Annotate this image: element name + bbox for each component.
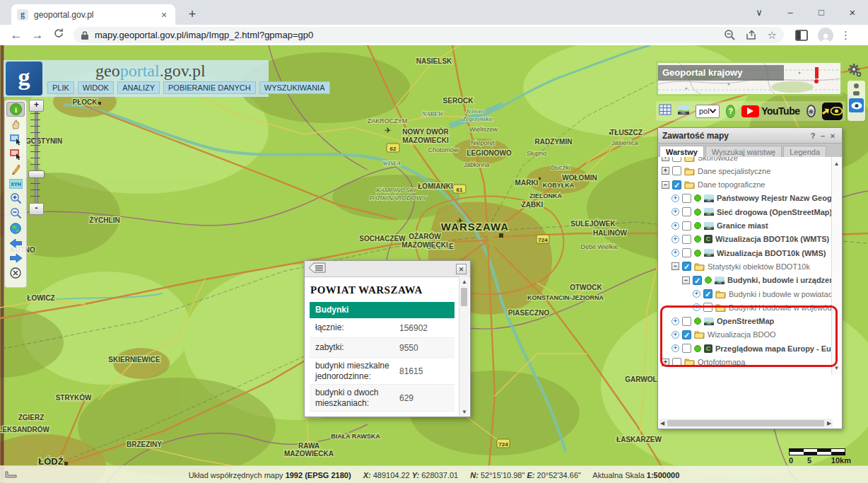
layer-checkbox[interactable] <box>682 235 691 244</box>
expand-plus-icon[interactable]: + <box>671 344 679 352</box>
expand-plus-icon[interactable]: + <box>671 249 679 257</box>
share-button[interactable] <box>746 29 758 41</box>
zoom-out-page-button[interactable] <box>724 29 736 41</box>
maximize-button[interactable]: □ <box>816 7 827 18</box>
tab-wyszukaj-warstwę[interactable]: Wyszukaj warstwę <box>705 146 782 157</box>
youtube-link[interactable]: YouTube <box>741 105 799 117</box>
panel-horizontal-scrollbar[interactable]: ◀▶ <box>659 419 833 428</box>
menu-plik[interactable]: PLIK <box>47 81 74 94</box>
layer-label[interactable]: OpenStreetMap <box>717 317 774 325</box>
overview-map[interactable]: Geoportal krajowy <box>658 63 840 94</box>
tab-legenda[interactable]: Legenda <box>783 146 826 157</box>
popup-scrollbar[interactable]: ▲ ▼ <box>459 277 469 417</box>
folder-label[interactable]: Dane topograficzne <box>698 180 765 189</box>
profile-avatar[interactable] <box>818 28 833 43</box>
panel-help-button[interactable]: ? <box>808 132 818 140</box>
layer-row-openstreetmap[interactable]: +UNCOpenStreetMap <box>671 315 774 328</box>
layer-checkbox[interactable] <box>682 344 691 353</box>
layer-label[interactable]: Państwowy Rejestr Nazw Geograficzny <box>717 194 833 202</box>
expand-plus-icon[interactable]: + <box>693 303 700 311</box>
folder-label[interactable]: Budynki i budowle w powiatach <box>729 290 833 298</box>
tool-pencil-icon[interactable] <box>6 161 25 176</box>
overview-map-widget[interactable]: Geoportal krajowy <box>656 61 843 96</box>
layer-checkbox[interactable] <box>682 221 691 231</box>
minimize-button[interactable]: – <box>785 7 796 18</box>
expand-plus-icon[interactable]: + <box>693 290 700 298</box>
layer-row-statystyki-obiektów-bdot10k[interactable]: −✓Statystyki obiektów BDOT10k <box>671 260 810 273</box>
layer-row-ortofotomapa[interactable]: +Ortofotomapa <box>662 356 745 369</box>
layer-row-przeglądowa-mapa-europy-eurogloba[interactable]: +CPrzeglądowa mapa Europy - EuroGloba <box>671 342 833 355</box>
layer-checkbox[interactable]: ✓ <box>693 276 702 285</box>
expand-plus-icon[interactable]: + <box>671 331 679 339</box>
layer-row-granice-miast[interactable]: +UNCGranice miast <box>671 219 768 233</box>
contrast-toggle[interactable] <box>822 103 843 120</box>
browser-tab[interactable]: g geoportal.gov.pl × <box>11 4 175 25</box>
zoom-slider[interactable]: + - <box>28 100 44 260</box>
reel-settings-icon[interactable]: ✳ <box>807 105 816 117</box>
panel-minimize-button[interactable]: – <box>818 132 828 140</box>
layer-checkbox[interactable] <box>682 317 691 326</box>
layer-row-budynki-i-budowle-w-powiatach[interactable]: +✓Budynki i budowle w powiatach <box>693 287 833 301</box>
collapse-minus-icon[interactable]: − <box>682 277 690 284</box>
layer-label[interactable]: Przeglądowa mapa Europy - EuroGloba <box>715 344 833 353</box>
map-service-button[interactable]: UNC <box>678 105 689 117</box>
menu-analizy[interactable]: ANALIZY <box>117 81 160 94</box>
settings-gear-icon[interactable] <box>847 62 862 81</box>
folder-label[interactable]: Ortofotomapa <box>698 358 745 366</box>
map-viewport[interactable]: ✈ ✈ 6261724724 PŁOCKGOSTYNINŻYCHLINKUTNO… <box>0 45 868 483</box>
layer-row-budynki-budowle-i-urządzenia[interactable]: −✓UNCBudynki, budowle i urządzenia <box>682 274 833 287</box>
layer-checkbox[interactable]: ✓ <box>703 289 712 298</box>
layer-checkbox[interactable]: ✓ <box>682 262 691 271</box>
help-button[interactable]: ? <box>726 105 735 118</box>
tool-arrow-right-icon[interactable] <box>6 250 25 265</box>
new-tab-button[interactable]: + <box>184 6 201 23</box>
expand-plus-icon[interactable]: + <box>671 318 679 325</box>
layer-checkbox[interactable] <box>672 166 681 175</box>
bookmark-star-button[interactable]: ☆ <box>768 29 777 42</box>
layer-label[interactable]: Sieć drogowa (OpenStreetMap) <box>717 208 832 216</box>
mini-dot-button-1[interactable] <box>854 83 859 88</box>
layer-checkbox[interactable] <box>682 248 691 257</box>
layer-row-budynki-i-budowle-w-województwach[interactable]: +Budynki i budowle w województwach <box>693 301 833 314</box>
menu-widok[interactable]: WIDOK <box>78 81 114 94</box>
language-select[interactable]: pol <box>696 105 720 118</box>
expand-plus-icon[interactable]: + <box>671 222 679 230</box>
layer-row-wizualizacja-bdot10k-wmts-[interactable]: +CWizualizacja BDOT10k (WMTS) <box>671 233 829 246</box>
grid-tool-button[interactable] <box>659 104 671 118</box>
tab-search-chevron-icon[interactable]: ∨ <box>753 7 765 18</box>
mini-dot-button-2[interactable] <box>853 91 860 95</box>
tool-arrow-left-icon[interactable] <box>6 235 25 250</box>
expand-plus-icon[interactable]: + <box>662 157 669 161</box>
measure-tool-icon[interactable] <box>4 469 18 482</box>
tool-xyh-icon[interactable]: XYH <box>6 176 25 191</box>
tool-close-circle-icon[interactable] <box>6 265 25 280</box>
tool-zoom-in-icon[interactable] <box>6 191 25 206</box>
tool-zoom-out-icon[interactable] <box>6 206 25 221</box>
tool-info-icon[interactable]: i <box>6 102 25 117</box>
popup-scroll-thumb[interactable] <box>461 288 467 306</box>
layer-checkbox[interactable] <box>682 194 691 203</box>
forward-button[interactable]: → <box>27 28 48 42</box>
expand-plus-icon[interactable]: + <box>671 235 679 243</box>
layer-label[interactable]: Wizualizacja BDOT10k (WMTS) <box>715 235 829 243</box>
layer-label[interactable]: Budynki, budowle i urządzenia <box>727 276 833 284</box>
tool-select-blue-icon[interactable] <box>6 132 25 146</box>
window-close-button[interactable]: × <box>847 6 858 18</box>
url-text[interactable]: mapy.geoportal.gov.pl/imap/Imgp_2.html?g… <box>95 30 714 40</box>
browser-menu-kebab-icon[interactable]: ⋮ <box>840 29 851 42</box>
layer-row-dane-specjalistyczne[interactable]: +Dane specjalistyczne <box>662 164 770 178</box>
layer-row-sieć-drogowa-openstreetmap-[interactable]: +UNCSieć drogowa (OpenStreetMap) <box>671 205 832 219</box>
address-bar[interactable]: mapy.geoportal.gov.pl/imap/Imgp_2.html?g… <box>74 27 784 43</box>
menu-pobieranie-danych[interactable]: POBIERANIE DANYCH <box>163 81 256 94</box>
layer-row-dane-topograficzne[interactable]: −✓Dane topograficzne <box>662 178 765 192</box>
collapse-minus-icon[interactable]: − <box>671 262 679 270</box>
expand-plus-icon[interactable]: + <box>662 359 669 366</box>
tab-warstwy[interactable]: Warstwy <box>659 146 704 157</box>
layer-checkbox[interactable]: ✓ <box>672 180 681 190</box>
layer-row-państwowy-rejestr-nazw-geograficzny[interactable]: +UNCPaństwowy Rejestr Nazw Geograficzny <box>671 192 833 205</box>
layer-checkbox[interactable]: ✓ <box>682 330 691 339</box>
layer-label[interactable]: Granice miast <box>717 221 768 230</box>
panel-vertical-scrollbar[interactable]: ▲ ▼ <box>831 157 841 375</box>
folder-label[interactable]: Dane specjalistyczne <box>698 167 770 175</box>
folder-label[interactable]: Budynki i budowle w województwach <box>729 303 833 312</box>
